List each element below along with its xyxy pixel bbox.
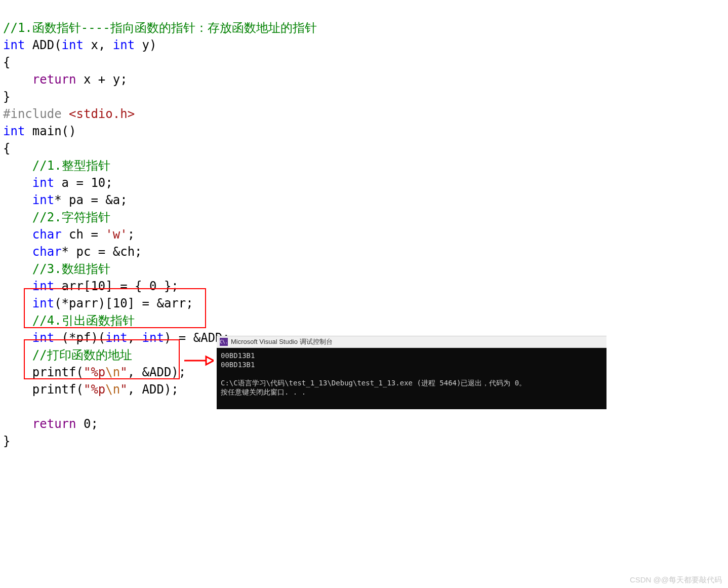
keyword-char: char <box>3 245 62 259</box>
expression: x + y; <box>76 72 128 87</box>
func-name: main <box>25 124 61 138</box>
console-window: C\. Microsoft Visual Studio 调试控制台 00BD13… <box>217 336 606 409</box>
declaration: ch = <box>62 227 106 242</box>
console-titlebar: C\. Microsoft Visual Studio 调试控制台 <box>217 336 606 348</box>
brace: } <box>3 90 10 104</box>
string-literal: "%p <box>84 382 105 397</box>
semicolon: ; <box>128 227 135 242</box>
console-title-text: Microsoft Visual Studio 调试控制台 <box>231 337 333 346</box>
keyword-int: int <box>62 38 84 52</box>
console-line: 按任意键关闭此窗口. . . <box>221 388 306 396</box>
call-args: , ADD); <box>128 382 179 397</box>
keyword-int: int <box>3 193 54 207</box>
preproc: #include <box>3 107 69 121</box>
param: y <box>135 38 149 52</box>
svg-marker-1 <box>206 357 214 365</box>
header-file: <stdio.h> <box>69 107 135 121</box>
console-line: 00BD13B1 <box>221 361 255 369</box>
keyword-char: char <box>3 227 62 242</box>
paren: ( <box>54 38 61 52</box>
string-literal: " <box>120 382 127 397</box>
func-name: ADD <box>25 38 54 52</box>
paren: ) <box>149 38 156 52</box>
vs-icon: C\. <box>220 338 228 346</box>
watermark-text: CSDN @@每天都要敲代码 <box>630 575 722 585</box>
call-printf: printf( <box>3 382 84 397</box>
escape-char: \n <box>105 382 120 397</box>
keyword-return: return <box>3 72 76 87</box>
keyword-return: return <box>3 417 76 431</box>
return-value: 0; <box>76 417 98 431</box>
highlight-box-2 <box>24 339 180 379</box>
blank-line <box>3 400 10 414</box>
comment-line: //3.数组指针 <box>3 262 110 276</box>
declaration: a = 10; <box>54 176 113 190</box>
brace: { <box>3 55 10 69</box>
brace: { <box>3 141 10 155</box>
brace: } <box>3 434 10 448</box>
char-literal: 'w' <box>105 227 127 242</box>
paren: () <box>62 124 76 138</box>
keyword-int: int <box>3 176 54 190</box>
declaration: * pa = &a; <box>54 193 128 207</box>
comment-line: //1.整型指针 <box>3 159 110 173</box>
highlight-box-1 <box>24 288 206 328</box>
console-output: 00BD13B1 00BD13B1 C:\C语言学习\代码\test_1_13\… <box>217 348 606 409</box>
declaration: * pc = &ch; <box>62 245 142 259</box>
comment-line: //1.函数指针----指向函数的指针：存放函数地址的指针 <box>3 21 317 35</box>
comment-line: //2.字符指针 <box>3 210 110 224</box>
param: x <box>84 38 98 52</box>
console-line: C:\C语言学习\代码\test_1_13\Debug\test_1_13.ex… <box>221 379 526 387</box>
keyword-int: int <box>113 38 135 52</box>
comma: , <box>98 38 113 52</box>
arrow-icon <box>183 353 214 368</box>
keyword-int: int <box>3 124 25 138</box>
keyword-int: int <box>3 38 25 52</box>
console-line: 00BD13B1 <box>221 351 255 360</box>
